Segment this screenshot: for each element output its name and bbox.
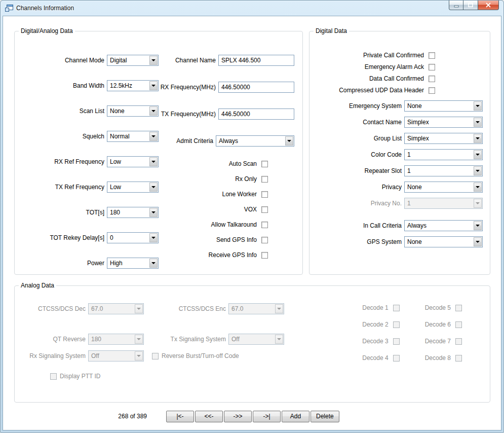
dropdown-arrow-icon <box>474 166 482 175</box>
rx-ref-frequency-dropdown[interactable]: Low <box>107 156 159 167</box>
receive-gps-info-checkbox[interactable] <box>261 252 268 259</box>
group-list-label: Group List <box>374 135 402 142</box>
digital-data-group-title: Digital Data <box>314 27 349 34</box>
decode-checkboxes: Decode 1 Decode 2 Decode 3 Decode 4 Deco… <box>362 303 462 370</box>
channel-name-label: Channel Name <box>175 57 216 64</box>
dropdown-arrow-icon <box>474 221 482 230</box>
dropdown-value: Normal <box>107 131 149 141</box>
titlebar[interactable]: Channels Information <box>1 1 503 16</box>
tx-frequency-input[interactable] <box>218 109 294 120</box>
in-call-criteria-dropdown[interactable]: Always <box>404 220 483 231</box>
data-call-confirmed-label: Data Call Confirmed <box>369 75 424 82</box>
dropdown-value: Always <box>216 136 285 146</box>
vox-label: VOX <box>244 206 257 213</box>
decode-column-2: Decode 5 Decode 6 Decode 7 Decode 8 <box>425 303 462 370</box>
nav-prev-button[interactable]: <<- <box>195 411 223 422</box>
tot-rekey-delay-dropdown[interactable]: 0 <box>107 232 159 243</box>
dropdown-arrow-icon <box>474 199 482 208</box>
nav-next-button[interactable]: ->> <box>224 411 252 422</box>
channel-mode-label: Channel Mode <box>65 57 104 64</box>
privacy-no-dropdown: 1 <box>404 198 483 209</box>
dropdown-arrow-icon <box>135 351 143 360</box>
nav-last-button[interactable]: ->| <box>253 411 281 422</box>
admit-criteria-dropdown[interactable]: Always <box>216 135 294 147</box>
decode-1-checkbox <box>393 305 400 311</box>
tx-signaling-system-label: Tx Signaling System <box>154 336 226 343</box>
nav-first-button[interactable]: |<- <box>166 411 194 422</box>
qt-reverse-dropdown: 180 <box>88 334 144 345</box>
add-button[interactable]: Add <box>282 411 309 422</box>
emergency-alarm-ack-checkbox[interactable] <box>429 64 435 70</box>
channel-name-input[interactable] <box>218 55 294 66</box>
maximize-button[interactable] <box>463 1 478 10</box>
group-list-dropdown[interactable]: Simplex <box>404 133 483 144</box>
auto-scan-checkbox[interactable] <box>261 161 268 167</box>
admit-criteria-label: Admit Criteria <box>176 137 213 145</box>
tot-label: TOT[s] <box>86 209 104 216</box>
decode-5-checkbox <box>455 305 462 311</box>
delete-button[interactable]: Delete <box>311 411 339 422</box>
gps-system-dropdown[interactable]: None <box>404 236 483 247</box>
privacy-no-label: Privacy No. <box>371 200 402 207</box>
gps-system-label: GPS System <box>367 238 402 245</box>
dropdown-value: Low <box>107 182 149 192</box>
minimize-icon <box>453 3 459 8</box>
tot-dropdown[interactable]: 180 <box>107 207 159 218</box>
color-code-dropdown[interactable]: 1 <box>404 149 483 160</box>
decode-2-checkbox <box>393 321 400 328</box>
analog-data-left: CTCSS/DCS Dec 67.0 CTCSS/DCS Enc 67.0 QT… <box>19 303 333 382</box>
send-gps-info-checkbox[interactable] <box>261 237 268 243</box>
privacy-dropdown[interactable]: None <box>404 182 483 193</box>
repeater-slot-dropdown[interactable]: 1 <box>404 165 483 176</box>
private-call-confirmed-checkbox[interactable] <box>429 52 435 59</box>
rx-signaling-system-dropdown: Off <box>88 350 144 362</box>
reverse-burst-label: Reverse Burst/Turn-off Code <box>162 352 239 359</box>
tx-signaling-system-dropdown: Off <box>228 334 284 345</box>
dropdown-arrow-icon <box>285 136 293 146</box>
dropdown-arrow-icon <box>149 233 158 242</box>
dropdown-arrow-icon <box>474 134 482 143</box>
compressed-udp-data-header-label: Compressed UDP Data Header <box>339 87 424 94</box>
rx-only-checkbox[interactable] <box>261 176 268 183</box>
rx-frequency-input[interactable] <box>218 82 294 93</box>
contact-name-dropdown[interactable]: Simplex <box>404 117 483 128</box>
dropdown-value: 1 <box>405 150 473 160</box>
dropdown-arrow-icon <box>135 335 143 344</box>
decode-7-label: Decode 7 <box>425 338 451 345</box>
compressed-udp-data-header-checkbox[interactable] <box>429 87 435 94</box>
ctcss-dcs-enc-dropdown: 67.0 <box>228 303 284 314</box>
dropdown-arrow-icon <box>275 304 283 313</box>
dropdown-value: 180 <box>107 207 149 218</box>
dropdown-arrow-icon <box>149 56 158 65</box>
dropdown-arrow-icon <box>149 81 158 90</box>
vox-checkbox[interactable] <box>261 206 268 213</box>
dropdown-arrow-icon <box>474 150 482 159</box>
dropdown-arrow-icon <box>275 335 283 344</box>
ctcss-dcs-enc-label: CTCSS/DCS Enc <box>154 305 226 312</box>
close-button[interactable] <box>478 1 499 10</box>
dropdown-value: 12.5kHz <box>107 81 149 91</box>
dropdown-arrow-icon <box>474 118 482 127</box>
power-dropdown[interactable]: High <box>107 258 159 269</box>
rx-signaling-system-label: Rx Signaling System <box>19 352 86 359</box>
dropdown-arrow-icon <box>149 132 158 141</box>
dropdown-value: None <box>107 106 149 116</box>
decode-8-label: Decode 8 <box>425 354 451 362</box>
data-call-confirmed-checkbox[interactable] <box>429 76 435 82</box>
decode-3-label: Decode 3 <box>362 338 388 345</box>
private-call-confirmed-label: Private Call Confirmed <box>363 52 424 59</box>
tx-ref-frequency-label: TX Ref Frequency <box>55 184 104 191</box>
dropdown-value: 1 <box>405 198 473 208</box>
squelch-dropdown[interactable]: Normal <box>107 131 159 142</box>
dropdown-value: 67.0 <box>229 304 275 314</box>
tx-ref-frequency-dropdown[interactable]: Low <box>107 182 159 193</box>
band-width-dropdown[interactable]: 12.5kHz <box>107 80 159 91</box>
minimize-button[interactable] <box>449 1 463 10</box>
emergency-system-dropdown[interactable]: None <box>404 100 483 112</box>
channel-mode-dropdown[interactable]: Digital <box>107 55 159 66</box>
dropdown-value: Digital <box>107 55 149 65</box>
allow-talkaround-checkbox[interactable] <box>261 222 268 228</box>
lone-worker-checkbox[interactable] <box>261 191 268 198</box>
scan-list-dropdown[interactable]: None <box>107 105 159 117</box>
window-controls <box>449 1 499 10</box>
